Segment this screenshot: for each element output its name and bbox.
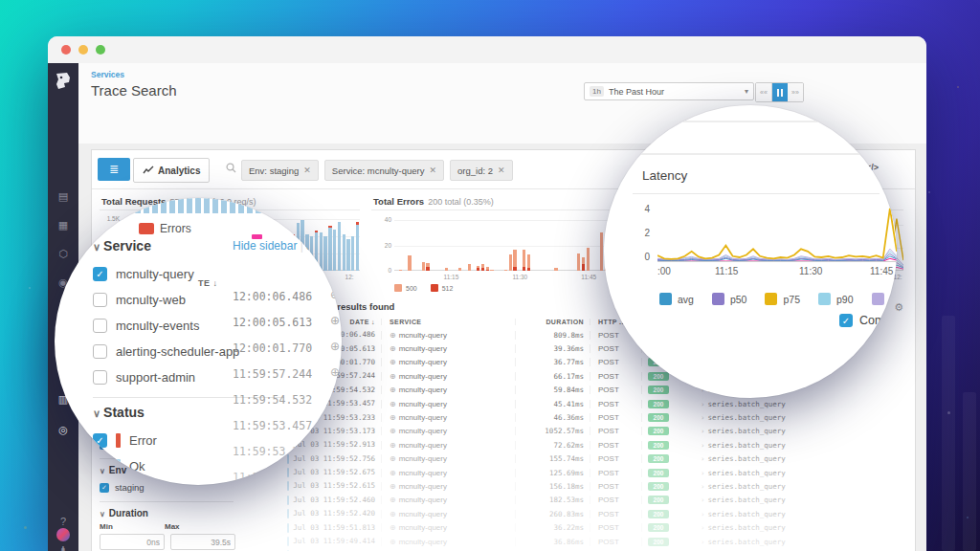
status-badge: 200 [648,469,669,477]
background-dot [928,191,930,193]
service-icon: ⊕ [390,496,396,504]
chevron-down-icon: ∨ [93,241,103,253]
legend-label: avg [678,294,694,305]
user-avatar[interactable] [56,528,70,541]
users-icon[interactable]: ♟ [48,543,78,551]
time-pause-button[interactable] [772,83,788,101]
list-view-toggle[interactable]: ≣ [98,158,130,181]
legend-item[interactable]: p50 [712,293,747,305]
x-tick: 11:15 [444,274,459,280]
table-row[interactable]: Jul 03 11:59:53.173⊕mcnulty-query1052.57… [237,425,907,438]
duration-min-input[interactable] [100,534,165,550]
background: ▤▦⬡◉◔☰▥◎?♟ Services Trace Search 1h The … [0,0,980,551]
facet-service-header[interactable]: ∨ Service [93,238,284,253]
chevron-down-icon: ∨ [100,467,105,475]
remove-filter-icon[interactable]: ✕ [498,165,505,175]
legend-label: p75 [783,294,800,305]
table-row[interactable]: Jul 03 11:59:52.756⊕mcnulty-query155.74m… [237,452,907,466]
analytics-view-toggle[interactable]: Analytics [133,158,210,183]
datadog-logo[interactable] [53,71,74,92]
legend-swatch [818,293,831,305]
zoom-window-button[interactable] [96,45,105,55]
pause-icon [777,89,783,97]
background-dot [29,287,31,289]
table-row[interactable]: Jul 03 11:59:52.913⊕mcnulty-query72.62ms… [237,438,907,452]
legend-item[interactable]: 500 [394,284,417,292]
row-status-indicator [287,481,289,491]
table-row[interactable]: Jul 03 11:59:52.675⊕mcnulty-query125.69m… [237,466,907,479]
time-forward-button[interactable]: »» [788,83,803,101]
compare-checkbox[interactable]: ✓ [839,314,853,327]
x-tick: 11:30 [799,266,822,276]
facet-duration-header[interactable]: ∨Duration [100,508,234,518]
filter-pill[interactable]: Service: mcnulty-query✕ [324,160,444,181]
chevron-down-icon: ▾ [745,87,748,96]
filter-pill-label: Service: mcnulty-query [332,165,425,176]
synthetics-icon[interactable]: ◎ [48,423,78,436]
service-icon: ⊕ [330,314,340,327]
search-filter-pills: Env: staging✕Service: mcnulty-query✕org_… [241,160,513,181]
close-window-button[interactable] [61,45,71,55]
time-range-picker[interactable]: 1h The Past Hour ▾ [584,82,754,100]
legend-swatch [872,293,884,305]
facet-checkbox[interactable] [93,370,107,385]
table-row[interactable]: Jul 03 11:59:53.457⊕mcnulty-query45.41ms… [237,397,907,410]
errors-chart[interactable]: 02040 [394,215,632,271]
error-bar [426,263,429,271]
remove-filter-icon[interactable]: ✕ [303,165,311,175]
breadcrumb[interactable]: Services [91,70,124,79]
facet-checkbox[interactable]: ✓ [100,483,109,493]
table-row[interactable]: Jul 03 11:59:52.420⊕mcnulty-query260.83m… [237,507,907,520]
metrics-icon[interactable]: ▦ [48,218,78,231]
magnified-date: 12:00:05.613 [233,316,312,329]
time-backward-button[interactable]: «« [756,83,772,101]
facet-checkbox[interactable] [93,293,107,307]
latency-legend: avgp50p75p90p95p99 [659,293,897,305]
legend-item[interactable]: 512 [431,284,454,292]
background-decoration [963,392,976,551]
x-tick: 12: [345,274,354,280]
status-badge: 200 [648,454,669,463]
magnified-latency-chart[interactable] [657,205,897,266]
x-axis [657,261,897,262]
chevron-right-icon: › [701,496,705,504]
column-header[interactable]: SERVICE [381,319,515,325]
x-tick: :00 [657,266,671,276]
duration-max-input[interactable] [170,534,235,550]
filter-pill[interactable]: org_id: 2✕ [450,160,513,181]
legend-item[interactable]: p90 [818,293,854,305]
help-icon[interactable]: ? [48,515,78,528]
facet-label: staging [115,482,145,493]
gear-icon[interactable]: ⚙ [894,301,903,314]
facet-checkbox[interactable] [93,344,107,359]
legend-label: p50 [730,294,747,305]
table-row[interactable]: Jul 03 11:59:49.414⊕mcnulty-query36.86ms… [237,535,907,548]
status-badge: 200 [648,482,669,491]
legend-item[interactable]: avg [659,293,694,305]
magnified-date: 11:59:53.457 [233,419,312,432]
chevron-right-icon: › [701,454,705,463]
errors-legend-swatch [139,223,154,234]
facet-checkbox[interactable]: ✓ [93,267,107,281]
error-bar [582,257,585,272]
dashboards-icon[interactable]: ▤ [48,189,78,203]
legend-item[interactable]: p75 [765,293,800,305]
infrastructure-icon[interactable]: ⬡ [48,247,78,260]
table-row[interactable]: Jul 03 11:59:51.813⊕mcnulty-query36.22ms… [237,520,907,534]
errors-legend: 500512 [394,284,453,292]
chevron-down-icon: ∨ [93,408,103,419]
minimize-window-button[interactable] [78,45,88,55]
remove-filter-icon[interactable]: ✕ [429,165,436,175]
table-row[interactable]: Jul 03 11:59:53.233⊕mcnulty-query46.36ms… [237,410,907,424]
column-header[interactable]: DURATION [515,319,590,325]
error-bar [600,232,603,271]
facet-item[interactable]: ✓mcnulty-query [93,261,284,287]
background-dot [24,526,27,529]
facet-checkbox[interactable] [93,319,107,333]
table-row[interactable]: Jul 03 11:59:52.615⊕mcnulty-query156.18m… [237,479,907,493]
service-icon: ⊕ [330,340,340,353]
chevron-right-icon: › [701,427,705,435]
filter-pill[interactable]: Env: staging✕ [241,160,319,181]
table-row[interactable]: Jul 03 11:59:52.460⊕mcnulty-query182.53m… [237,494,907,507]
facet-status-header[interactable]: ∨ Status [93,405,284,420]
